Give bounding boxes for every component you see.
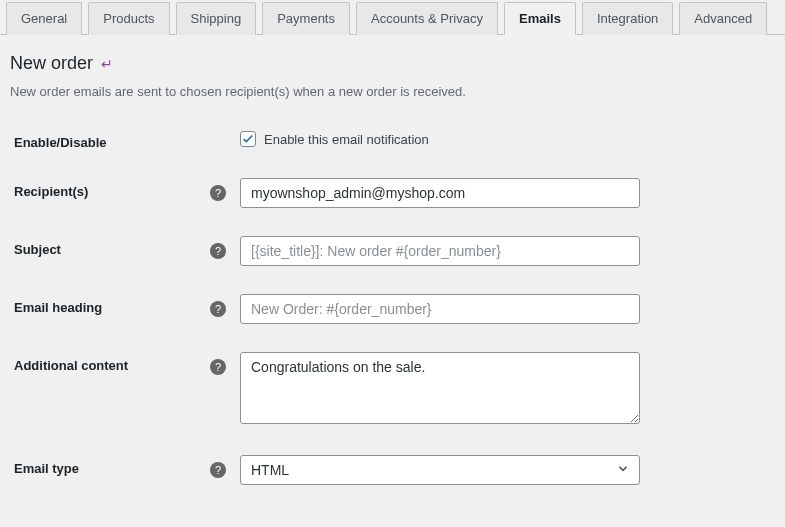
tab-payments[interactable]: Payments	[262, 2, 350, 35]
additional-content-label: Additional content	[10, 352, 210, 373]
settings-tabs: General Products Shipping Payments Accou…	[0, 0, 785, 35]
email-type-label: Email type	[10, 455, 210, 476]
enable-checkbox-wrap[interactable]: Enable this email notification	[240, 131, 640, 147]
subject-input[interactable]	[240, 236, 640, 266]
check-icon	[241, 132, 255, 146]
tab-shipping[interactable]: Shipping	[176, 2, 257, 35]
page-description: New order emails are sent to chosen reci…	[0, 80, 785, 115]
tab-general[interactable]: General	[6, 2, 82, 35]
help-icon[interactable]: ?	[210, 359, 226, 375]
tab-advanced[interactable]: Advanced	[679, 2, 767, 35]
enable-label: Enable/Disable	[10, 129, 210, 150]
subject-label: Subject	[10, 236, 210, 257]
tab-accounts-privacy[interactable]: Accounts & Privacy	[356, 2, 498, 35]
enable-checkbox[interactable]	[240, 131, 256, 147]
settings-form: Enable/Disable Enable this email notific…	[0, 115, 785, 499]
help-icon[interactable]: ?	[210, 185, 226, 201]
email-type-select[interactable]: HTML	[240, 455, 640, 485]
enable-checkbox-label: Enable this email notification	[264, 132, 429, 147]
recipients-input[interactable]	[240, 178, 640, 208]
help-icon[interactable]: ?	[210, 243, 226, 259]
email-heading-label: Email heading	[10, 294, 210, 315]
tab-emails[interactable]: Emails	[504, 2, 576, 35]
page-title: New order	[10, 53, 93, 74]
tab-integration[interactable]: Integration	[582, 2, 673, 35]
return-icon[interactable]: ↵	[101, 56, 113, 72]
recipients-label: Recipient(s)	[10, 178, 210, 199]
tab-products[interactable]: Products	[88, 2, 169, 35]
additional-content-textarea[interactable]: Congratulations on the sale.	[240, 352, 640, 424]
help-icon[interactable]: ?	[210, 301, 226, 317]
email-heading-input[interactable]	[240, 294, 640, 324]
help-icon[interactable]: ?	[210, 462, 226, 478]
